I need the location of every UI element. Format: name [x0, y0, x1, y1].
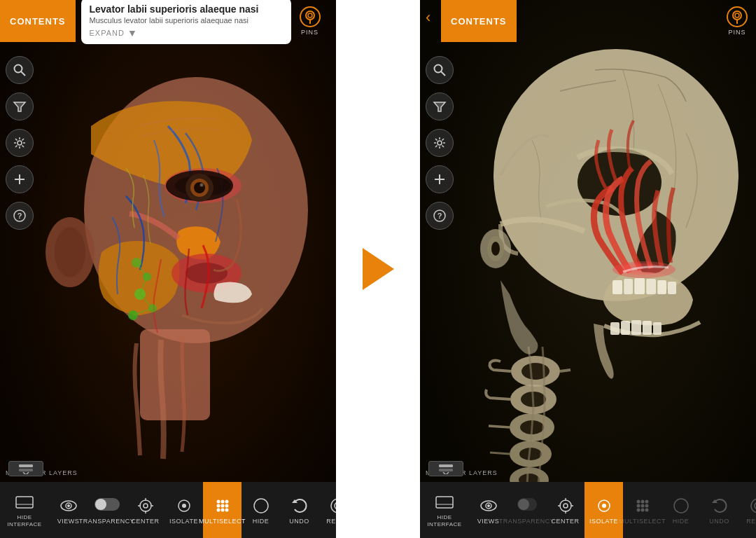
pin-svg [302, 9, 318, 25]
right-views-button[interactable]: VIEWS [469, 482, 507, 538]
right-center-button[interactable]: CENTER [546, 482, 584, 538]
center-icon [136, 496, 155, 516]
svg-point-122 [636, 504, 640, 507]
left-pins-button[interactable]: PINS [291, 0, 329, 42]
search-icon-btn[interactable] [6, 56, 34, 84]
svg-point-75 [622, 263, 664, 275]
undo-icon [290, 496, 309, 516]
svg-point-25 [18, 141, 22, 145]
undo-arrow-icon [290, 497, 309, 515]
svg-point-130 [751, 499, 757, 513]
right-anatomy-bg [420, 0, 756, 538]
add-icon-btn[interactable] [6, 165, 34, 193]
right-hide-icon [671, 496, 691, 516]
toggle-track [94, 498, 120, 511]
right-grid-dots-icon [634, 497, 652, 515]
left-info-bubble[interactable]: Levator labii superioris alaeque nasi Mu… [81, 0, 291, 44]
svg-point-36 [67, 504, 70, 507]
right-reset-icon [748, 496, 757, 516]
svg-text:?: ? [438, 212, 442, 220]
svg-point-123 [640, 504, 644, 507]
right-search-icon-btn[interactable] [426, 56, 454, 84]
svg-point-20 [308, 13, 312, 18]
left-undo-button[interactable]: UNDO [280, 482, 318, 538]
settings-icon-btn[interactable] [6, 129, 34, 157]
svg-point-50 [225, 504, 228, 507]
svg-point-57 [335, 502, 337, 509]
right-multiselect-button[interactable]: MULTISELECT [623, 482, 662, 538]
svg-rect-69 [668, 282, 676, 294]
right-multiselect-label: MULTISELECT [619, 518, 666, 525]
svg-text:?: ? [18, 212, 22, 220]
right-toggle-thumb [518, 499, 529, 510]
filter-icon-btn[interactable] [6, 92, 34, 120]
panel-divider [336, 0, 420, 538]
left-layer-down-btn[interactable] [8, 461, 43, 476]
right-layer-down-btn[interactable] [428, 461, 463, 476]
svg-point-17 [194, 182, 205, 193]
left-contents-button[interactable]: CONTENTS [0, 0, 76, 42]
svg-rect-65 [624, 279, 633, 294]
left-center-button[interactable]: CENTER [126, 482, 164, 538]
right-pins-button[interactable]: PINS [718, 0, 756, 42]
right-add-icon-btn[interactable] [426, 165, 454, 193]
grid-dots-icon [214, 497, 232, 515]
svg-point-125 [636, 508, 640, 511]
right-contents-button[interactable]: CONTENTS [441, 0, 517, 42]
right-pins-label: PINS [728, 29, 746, 36]
right-hide-interface-button[interactable]: HIDE INTERFACE [420, 482, 469, 538]
pins-label: PINS [301, 29, 318, 36]
hide-label: HIDE [253, 518, 270, 525]
right-transparency-button[interactable]: TRANSPARENCY [507, 482, 546, 538]
right-anatomy-svg [420, 0, 756, 538]
search-icon [13, 63, 27, 77]
right-undo-button[interactable]: UNDO [700, 482, 738, 538]
right-isolate-label: ISOLATE [589, 518, 618, 525]
right-help-icon-btn[interactable]: ? [426, 202, 454, 230]
right-reset-button[interactable]: RESET [738, 482, 756, 538]
left-hide-button[interactable]: HIDE [241, 482, 280, 538]
right-views-icon [479, 496, 498, 516]
svg-point-46 [220, 499, 224, 503]
crosshair-icon [136, 497, 155, 515]
pins-icon [300, 6, 321, 27]
svg-line-97 [441, 71, 445, 76]
right-hide-button[interactable]: HIDE [662, 482, 700, 538]
right-reset-label: RESET [746, 518, 756, 525]
svg-point-96 [435, 65, 442, 73]
left-hide-interface-button[interactable]: HIDE INTERFACE [0, 482, 49, 538]
left-views-button[interactable]: VIEWS [49, 482, 88, 538]
filter-icon [13, 99, 27, 113]
left-transparency-button[interactable]: TRANSPARENCY [88, 482, 126, 538]
right-settings-icon-btn[interactable] [426, 129, 454, 157]
right-sidebar-icons: ? [420, 49, 459, 237]
svg-point-77 [522, 363, 550, 380]
left-top-bar: CONTENTS Levator labii superioris alaequ… [0, 0, 336, 42]
interface-icon [15, 496, 34, 509]
right-hide-label: HIDE [673, 518, 690, 525]
dot-icon [175, 497, 193, 515]
isolate-icon [174, 496, 194, 516]
reset-circle-icon [329, 497, 337, 515]
views-icon [59, 496, 78, 516]
anatomy-subtitle: Musculus levator labii superioris alaequ… [90, 16, 283, 25]
help-icon-btn[interactable]: ? [6, 202, 34, 230]
svg-point-49 [220, 504, 224, 507]
right-multiselect-icon [633, 496, 652, 516]
svg-point-53 [225, 508, 228, 511]
svg-point-38 [144, 504, 148, 508]
svg-point-128 [674, 499, 688, 513]
left-isolate-button[interactable]: ISOLATE [164, 482, 203, 538]
svg-point-48 [216, 504, 220, 507]
svg-point-126 [640, 508, 644, 511]
right-interface-icon [435, 496, 454, 509]
right-filter-icon-btn[interactable] [426, 92, 454, 120]
right-pins-icon [727, 6, 748, 27]
svg-point-56 [331, 499, 337, 513]
left-multiselect-button[interactable]: MULTISELECT [203, 482, 241, 538]
svg-point-47 [225, 499, 228, 503]
right-isolate-button[interactable]: ISOLATE [584, 482, 623, 538]
undo-label: UNDO [289, 518, 309, 525]
left-reset-button[interactable]: RESET [318, 482, 336, 538]
right-circle-outline-icon [672, 497, 690, 515]
